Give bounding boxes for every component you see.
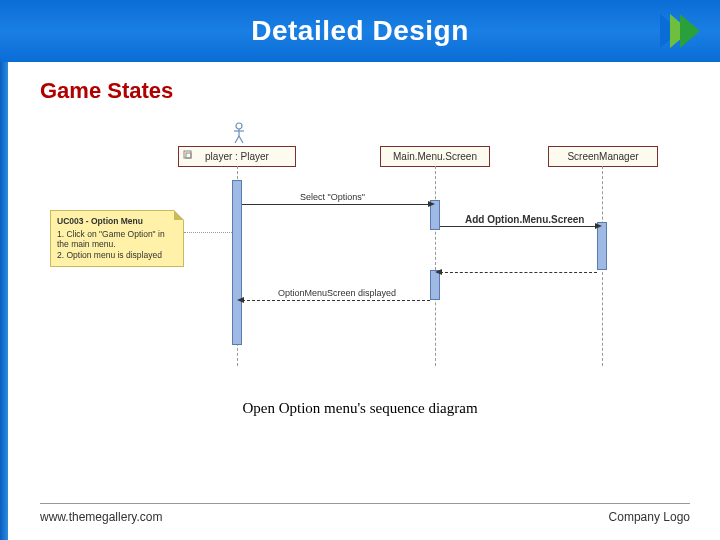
sequence-diagram: player : Player Main.Menu.Screen ScreenM… bbox=[50, 122, 660, 382]
slide-footer: www.themegallery.com Company Logo bbox=[40, 503, 690, 524]
svg-line-3 bbox=[235, 136, 239, 143]
activation-player bbox=[232, 180, 242, 345]
note-line-2: 2. Option menu is displayed bbox=[57, 250, 177, 261]
note-connector bbox=[184, 232, 232, 233]
diagram-caption: Open Option menu's sequence diagram bbox=[0, 400, 720, 417]
header-chevron-decoration bbox=[670, 14, 700, 52]
note-fold-icon bbox=[174, 210, 184, 220]
footer-logo: Company Logo bbox=[609, 510, 690, 524]
activation-screen-manager bbox=[597, 222, 607, 270]
slide-title: Detailed Design bbox=[251, 15, 469, 47]
arrow-icon bbox=[595, 223, 602, 229]
section-heading: Game States bbox=[40, 78, 690, 104]
note-line-1: 1. Click on "Game Option" in the main me… bbox=[57, 229, 177, 250]
message-label-select-options: Select "Options" bbox=[300, 192, 365, 202]
svg-rect-5 bbox=[184, 151, 191, 158]
note-title: UC003 - Option Menu bbox=[57, 216, 177, 227]
slide-header: Detailed Design bbox=[0, 0, 720, 62]
lifeline-dash-main-menu bbox=[435, 166, 436, 366]
return-line-1 bbox=[440, 272, 597, 273]
uml-note: UC003 - Option Menu 1. Click on "Game Op… bbox=[50, 210, 184, 267]
lifeline-main-menu: Main.Menu.Screen bbox=[380, 146, 490, 167]
message-line-select-options bbox=[242, 204, 430, 205]
content-area: Game States player : Player Main.Menu.Sc… bbox=[40, 78, 690, 382]
svg-rect-6 bbox=[186, 153, 191, 158]
svg-point-0 bbox=[236, 123, 242, 129]
message-label-displayed: OptionMenuScreen displayed bbox=[278, 288, 396, 298]
svg-line-4 bbox=[239, 136, 243, 143]
left-accent-stripe bbox=[0, 0, 8, 540]
arrow-icon bbox=[237, 297, 244, 303]
footer-url: www.themegallery.com bbox=[40, 510, 162, 524]
message-label-add-option: Add Option.Menu.Screen bbox=[465, 214, 584, 225]
arrow-icon bbox=[435, 269, 442, 275]
lifeline-screen-manager: ScreenManager bbox=[548, 146, 658, 167]
message-line-add-option bbox=[440, 226, 597, 227]
return-line-2 bbox=[242, 300, 430, 301]
lifeline-player: player : Player bbox=[178, 146, 296, 167]
lifeline-player-label: player : Player bbox=[205, 151, 269, 162]
object-icon bbox=[183, 150, 193, 160]
arrow-icon bbox=[428, 201, 435, 207]
actor-icon bbox=[232, 122, 246, 144]
